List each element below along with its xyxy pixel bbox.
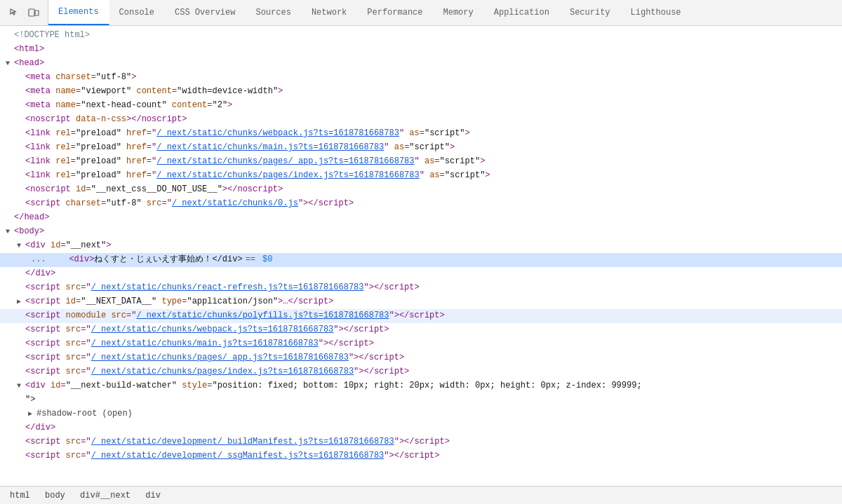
line-link-pages-app[interactable]: <link rel="preload" href="/_next/static/…: [0, 155, 842, 169]
no-triangle: [17, 437, 25, 448]
line-script-pages-app[interactable]: <script src="/_next/static/chunks/pages/…: [0, 351, 842, 365]
no-triangle: [17, 282, 25, 294]
shadow-root-triangle[interactable]: [28, 409, 36, 420]
line-script-css-manifest[interactable]: <script src="/_next/static/development/_…: [0, 449, 842, 463]
div-next-triangle[interactable]: [17, 240, 25, 252]
line-div-close[interactable]: </div>: [0, 267, 842, 281]
line-script-webpack[interactable]: <script src="/_next/static/chunks/webpac…: [0, 323, 842, 337]
tab-css-overview[interactable]: CSS Overview: [165, 0, 246, 25]
no-triangle: [17, 114, 25, 125]
line-div-japanese[interactable]: ... <div>ねくすと・じぇいえす事始め！</div> == $0: [0, 253, 842, 267]
tab-security[interactable]: Security: [560, 0, 621, 25]
tab-network[interactable]: Network: [302, 0, 357, 25]
no-triangle: [17, 184, 25, 196]
tab-console[interactable]: Console: [109, 0, 165, 25]
no-triangle: [17, 100, 25, 111]
tab-application[interactable]: Application: [484, 0, 560, 25]
line-script-main[interactable]: <script src="/_next/static/chunks/main.j…: [0, 337, 842, 351]
line-div-build-watcher-close[interactable]: </div>: [0, 421, 842, 435]
device-toggle-icon[interactable]: [25, 4, 42, 21]
no-triangle: [17, 451, 25, 462]
line-script-build-manifest[interactable]: <script src="/_next/static/development/_…: [0, 435, 842, 449]
body-triangle[interactable]: [6, 226, 14, 238]
breadcrumb-body[interactable]: body: [41, 489, 69, 502]
line-shadow-root[interactable]: #shadow-root (open): [0, 407, 842, 421]
tab-lighthouse[interactable]: Lighthouse: [621, 0, 692, 25]
line-noscript-css[interactable]: <noscript data-n-css></noscript>: [0, 113, 842, 127]
tab-elements[interactable]: Elements: [48, 0, 109, 25]
line-script-react-refresh[interactable]: <script src="/_next/static/chunks/react-…: [0, 281, 842, 295]
breadcrumb-div[interactable]: div: [141, 489, 165, 502]
tab-bar: Elements Console CSS Overview Sources Ne…: [0, 0, 842, 26]
line-head-close[interactable]: </head>: [0, 211, 842, 225]
no-triangle: [17, 423, 25, 434]
no-triangle: [17, 339, 25, 350]
line-link-main[interactable]: <link rel="preload" href="/_next/static/…: [0, 141, 842, 155]
breadcrumb-sep-1: [35, 491, 40, 500]
line-script-pages-index[interactable]: <script src="/_next/static/chunks/pages/…: [0, 365, 842, 379]
line-script-next-data[interactable]: <script id="__NEXT_DATA__" type="applica…: [0, 295, 842, 309]
breadcrumb-html[interactable]: html: [6, 489, 34, 502]
no-triangle: [17, 325, 25, 336]
line-doctype[interactable]: <!DOCTYPE html>: [0, 29, 842, 43]
line-html-open[interactable]: <html>: [0, 43, 842, 57]
breadcrumb-bar: html body div#__next div: [0, 486, 842, 504]
line-div-build-watcher-cont[interactable]: ">: [0, 393, 842, 407]
no-triangle: [17, 170, 25, 182]
line-noscript-css2[interactable]: <noscript id="__next_css__DO_NOT_USE__">…: [0, 183, 842, 197]
next-data-triangle[interactable]: [17, 297, 25, 308]
no-triangle: [17, 128, 25, 139]
svg-rect-0: [29, 9, 34, 16]
build-watcher-triangle[interactable]: [17, 381, 25, 392]
tab-sources[interactable]: Sources: [246, 0, 301, 25]
line-link-pages-index[interactable]: <link rel="preload" href="/_next/static/…: [0, 169, 842, 183]
line-meta-viewport[interactable]: <meta name="viewport" content="width=dev…: [0, 85, 842, 99]
line-script-0js[interactable]: <script charset="utf-8" src="/_next/stat…: [0, 197, 842, 211]
line-head-open[interactable]: <head>: [0, 57, 842, 71]
no-triangle: [17, 353, 25, 364]
no-triangle: [6, 44, 14, 55]
no-triangle: [17, 311, 25, 322]
breadcrumb-sep-3: [135, 491, 140, 500]
line-div-build-watcher-open[interactable]: <div id="__next-build-watcher" style="po…: [0, 379, 842, 393]
devtools-icons: [0, 0, 48, 25]
tab-performance[interactable]: Performance: [357, 0, 433, 25]
no-triangle: [6, 212, 14, 224]
elements-panel: <!DOCTYPE html> <html> <head> <meta char…: [0, 26, 842, 486]
inspect-icon[interactable]: [6, 4, 22, 21]
line-body-open[interactable]: <body>: [0, 225, 842, 239]
no-triangle: [17, 86, 25, 97]
breadcrumb-div-next[interactable]: div#__next: [76, 489, 135, 502]
no-triangle: [6, 30, 14, 41]
no-triangle: [17, 395, 25, 406]
line-link-webpack[interactable]: <link rel="preload" href="/_next/static/…: [0, 127, 842, 141]
head-triangle[interactable]: [6, 58, 14, 69]
tab-memory[interactable]: Memory: [434, 0, 484, 25]
no-triangle: [17, 156, 25, 168]
no-triangle: [17, 142, 25, 154]
breadcrumb-sep-2: [70, 491, 75, 500]
no-triangle: [17, 72, 25, 83]
no-triangle: [17, 367, 25, 378]
line-div-next-open[interactable]: <div id="__next">: [0, 239, 842, 253]
line-script-polyfills[interactable]: <script nomodule src="/_next/static/chun…: [0, 309, 842, 323]
line-meta-head-count[interactable]: <meta name="next-head-count" content="2"…: [0, 99, 842, 113]
svg-rect-1: [35, 11, 39, 15]
no-triangle: [17, 268, 25, 280]
no-triangle: [17, 198, 25, 210]
line-meta-charset[interactable]: <meta charset="utf-8">: [0, 71, 842, 85]
